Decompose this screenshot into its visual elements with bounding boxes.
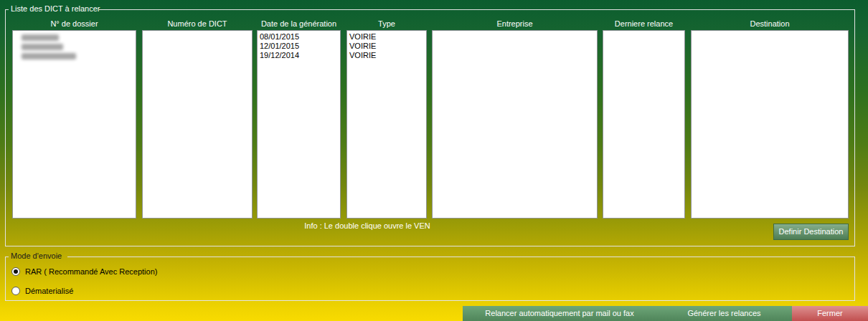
list-item-type[interactable]: VOIRIE — [347, 42, 426, 51]
column-header-entreprise: Entreprise — [432, 19, 598, 29]
radio-selected-dot — [14, 269, 18, 274]
relancer-auto-button[interactable]: Relancer automatiquement par mail ou fax — [463, 306, 656, 321]
list-item-date[interactable]: 12/01/2015 — [258, 42, 340, 51]
radio-option-rar[interactable]: RAR ( Recommandé Avec Reception) — [11, 267, 157, 277]
groupbox-border — [99, 9, 854, 10]
mode-envoie-group-label: Mode d'envoie — [11, 251, 62, 261]
listbox-entreprise[interactable] — [432, 30, 598, 219]
info-label: Info : Le double clique ouvre le VEN — [5, 221, 730, 230]
list-item-redacted[interactable] — [22, 44, 63, 50]
column-header-numero-dict: Numéro de DICT — [142, 19, 253, 29]
listbox-date[interactable]: 08/01/2015 12/01/2015 19/12/2014 — [257, 30, 341, 219]
radio-button-icon[interactable] — [11, 267, 20, 276]
column-header-type: Type — [346, 19, 427, 29]
column-header-destination: Destination — [691, 19, 849, 29]
list-item-date[interactable]: 08/01/2015 — [258, 32, 340, 42]
radio-label-dematerialise: Dématerialisé — [25, 287, 73, 295]
list-item-redacted[interactable] — [22, 34, 59, 41]
list-item-redacted[interactable] — [22, 53, 76, 59]
column-header-date: Date de la génération — [257, 19, 341, 29]
list-item-type[interactable]: VOIRIE — [347, 51, 426, 60]
generer-relances-button[interactable]: Générer les relances — [656, 306, 792, 321]
dict-relance-window: Liste des DICT à relancer N° de dossier … — [0, 0, 868, 321]
groupbox-border — [67, 257, 854, 257]
listbox-dossier[interactable] — [12, 30, 136, 219]
groupbox-border — [6, 257, 9, 257]
column-header-relance: Derniere relance — [603, 19, 685, 29]
mode-envoie-groupbox: Mode d'envoie — [5, 257, 855, 301]
listbox-destination[interactable] — [691, 30, 849, 219]
liste-group-label: Liste des DICT à relancer — [11, 4, 100, 14]
list-item-date[interactable]: 19/12/2014 — [258, 51, 340, 60]
listbox-relance[interactable] — [603, 30, 685, 219]
groupbox-border — [6, 9, 9, 10]
definir-destination-button[interactable]: Definir Destination — [773, 224, 849, 240]
radio-option-dematerialise[interactable]: Dématerialisé — [11, 286, 73, 296]
listbox-type[interactable]: VOIRIE VOIRIE VOIRIE — [346, 30, 427, 219]
radio-label-rar: RAR ( Recommandé Avec Reception) — [25, 267, 157, 276]
list-item-type[interactable]: VOIRIE — [347, 32, 426, 42]
listbox-numero-dict[interactable] — [142, 30, 253, 219]
radio-button-icon[interactable] — [11, 287, 20, 295]
column-header-dossier: N° de dossier — [12, 19, 136, 29]
fermer-button[interactable]: Fermer — [792, 306, 868, 321]
